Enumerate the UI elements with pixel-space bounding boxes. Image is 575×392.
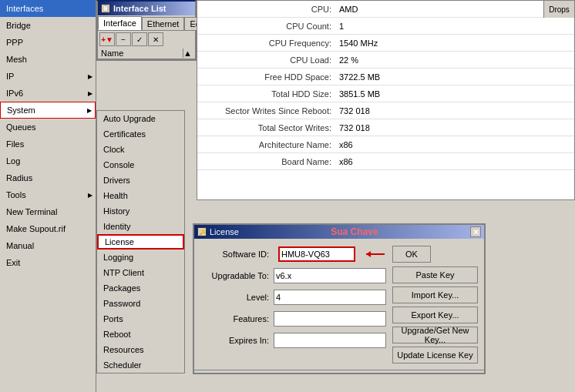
export-key-button[interactable]: Export Key... [392,307,478,323]
sidebar-item-files[interactable]: Files [0,136,96,152]
sidebar-item-queues[interactable]: Queues [0,119,96,136]
software-id-row: Software ID: [200,245,386,263]
submenu-clock[interactable]: Clock [97,142,184,157]
sidebar-item-ppp[interactable]: PPP [0,34,96,51]
tab-interface[interactable]: Interface [98,16,142,30]
sidebar-item-system[interactable]: System ▶ [0,102,96,119]
sidebar: Interfaces Bridge PPP Mesh IP ▶ IPv6 ▶ S… [0,0,96,392]
submenu-history[interactable]: History [97,203,184,219]
submenu-password[interactable]: Password [97,296,184,311]
sidebar-item-log[interactable]: Log [0,152,96,169]
sidebar-item-ipv6[interactable]: IPv6 ▶ [0,85,96,102]
submenu-packages[interactable]: Packages [97,280,184,296]
submenu-reboot[interactable]: Reboot [97,327,184,342]
sidebar-item-mesh[interactable]: Mesh [0,51,96,68]
software-id-input[interactable] [278,246,355,262]
info-row-cpu: CPU: AMD Drops [197,1,574,18]
expires-in-row: Expires In: [200,331,386,350]
license-dialog-footer [194,370,484,373]
paste-key-button[interactable]: Paste Key [392,266,478,283]
submenu-ntp-client[interactable]: NTP Client [97,265,184,280]
remove-button[interactable]: − [116,32,131,46]
license-window-icon: 🔑 [197,227,207,236]
submenu-health[interactable]: Health [97,188,184,203]
submenu-certificates[interactable]: Certificates [97,126,184,142]
license-body: Software ID: Upgradable To: Level: Featu… [194,239,484,370]
system-info-panel: CPU: AMD Drops CPU Count: 1 CPU Frequenc… [197,0,575,200]
sidebar-item-make-supout[interactable]: Make Supout.rif [0,220,96,237]
license-form: Software ID: Upgradable To: Level: Featu… [200,245,386,364]
interface-toolbar: +▼ − ✓ ✕ [98,31,195,48]
chevron-right-icon: ▶ [88,192,92,199]
info-row-total-sector-writes: Total Sector Writes: 732 018 [197,119,574,136]
features-row: Features: [200,310,386,328]
submenu-console[interactable]: Console [97,157,184,173]
license-title-bar: 🔑 License Sua Chave ✕ [194,225,484,239]
sidebar-item-radius[interactable]: Radius [0,169,96,186]
submenu-logging[interactable]: Logging [97,250,184,265]
chevron-right-icon: ▶ [88,90,92,97]
info-row-total-hdd: Total HDD Size: 3851.5 MB [197,85,574,102]
info-row-arch: Architecture Name: x86 [197,136,574,153]
sua-chave-label: Sua Chave [331,226,378,237]
arrow-icon [363,248,386,260]
upgrade-get-new-key-button[interactable]: Upgrade/Get New Key... [392,327,478,343]
sidebar-item-ip[interactable]: IP ▶ [0,68,96,85]
window-icon: 📋 [101,4,110,13]
info-row-sector-writes-reboot: Sector Writes Since Reboot: 732 018 [197,102,574,119]
add-button[interactable]: +▼ [99,32,115,46]
system-submenu: Auto Upgrade Certificates Clock Console … [96,110,185,374]
update-license-key-button[interactable]: Update License Key [392,347,478,364]
level-row: Level: [200,288,386,307]
sidebar-item-tools[interactable]: Tools ▶ [0,186,96,203]
upgradable-to-input[interactable] [274,268,386,283]
check-button[interactable]: ✓ [132,32,147,46]
info-row-cpu-load: CPU Load: 22 % [197,52,574,69]
submenu-scheduler[interactable]: Scheduler [97,357,184,373]
license-dialog: 🔑 License Sua Chave ✕ Software ID: Upgra… [193,223,486,374]
upgradable-to-row: Upgradable To: [200,266,386,285]
interface-list-title-bar: 📋 Interface List [98,2,195,15]
svg-marker-1 [366,251,371,257]
chevron-right-icon: ▶ [87,107,92,114]
interface-tabs: Interface Ethernet Eo [98,15,195,31]
level-input[interactable] [274,290,386,305]
dropdown-button[interactable]: Drops [543,1,574,18]
sidebar-item-manual[interactable]: Manual [0,237,96,254]
submenu-license[interactable]: License [97,234,184,250]
license-buttons-panel: OK Paste Key Import Key... Export Key...… [392,245,478,364]
license-title-text: 🔑 License [197,227,239,236]
ok-button[interactable]: OK [392,246,431,263]
features-input[interactable] [274,311,386,327]
submenu-resources[interactable]: Resources [97,342,184,357]
info-row-cpu-freq: CPU Frequency: 1540 MHz [197,35,574,52]
sidebar-item-bridge[interactable]: Bridge [0,17,96,34]
submenu-drivers[interactable]: Drivers [97,173,184,188]
info-row-free-hdd: Free HDD Space: 3722.5 MB [197,69,574,85]
column-header: Name ▲ [98,48,195,59]
submenu-ports[interactable]: Ports [97,311,184,327]
arrow-indicator [363,248,386,260]
expires-in-input[interactable] [274,333,386,348]
tab-ethernet[interactable]: Ethernet [142,17,185,30]
info-row-cpu-count: CPU Count: 1 [197,18,574,35]
submenu-identity[interactable]: Identity [97,219,184,234]
sidebar-item-new-terminal[interactable]: New Terminal [0,203,96,220]
chevron-right-icon: ▶ [88,73,92,80]
submenu-auto-upgrade[interactable]: Auto Upgrade [97,111,184,126]
sidebar-item-exit[interactable]: Exit [0,254,96,271]
sidebar-item-interfaces[interactable]: Interfaces [0,0,96,17]
cancel-button-small[interactable]: ✕ [148,32,163,46]
import-key-button[interactable]: Import Key... [392,286,478,303]
close-dialog-button[interactable]: ✕ [470,226,481,237]
info-row-board: Board Name: x86 [197,153,574,170]
interface-list-window: 📋 Interface List Interface Ethernet Eo +… [96,0,197,61]
